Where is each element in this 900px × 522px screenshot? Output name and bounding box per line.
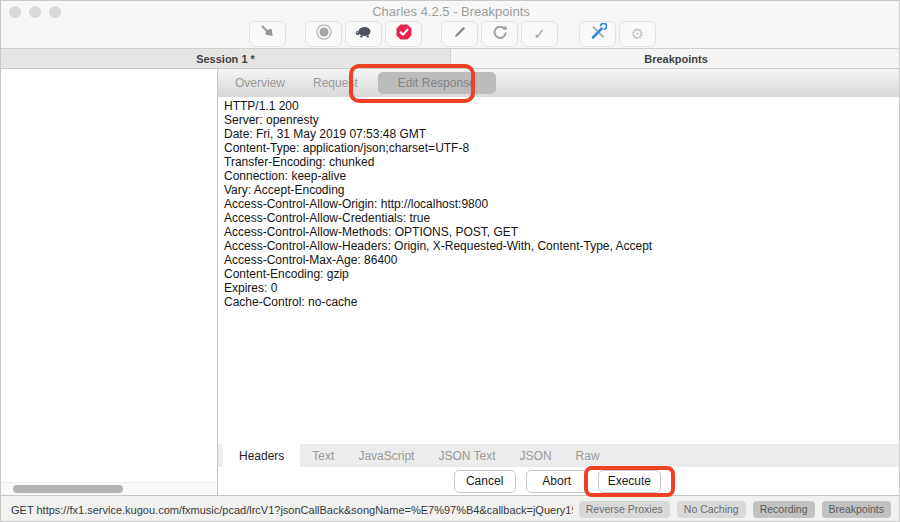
current-request-url: GET https://fx1.service.kugou.com/fxmusi… (11, 504, 573, 516)
response-header-line: Vary: Accept-Encoding (224, 183, 900, 197)
response-header-line: Date: Fri, 31 May 2019 07:53:48 GMT (224, 127, 900, 141)
breakpoints-toggle-button[interactable] (385, 21, 422, 47)
window-tab-bar: Session 1 * Breakpoints (1, 49, 900, 69)
view-tab-headers[interactable]: Headers (223, 444, 300, 467)
response-header-line: Access-Control-Max-Age: 86400 (224, 253, 900, 267)
tab-request[interactable]: Request (307, 76, 364, 90)
refresh-icon (491, 23, 509, 45)
reverse-proxies-toggle[interactable]: Reverse Proxies (579, 501, 670, 518)
tab-session-1-label: Session 1 * (196, 53, 255, 65)
pencil-icon (451, 23, 469, 45)
breakpoints-status-toggle[interactable]: Breakpoints (822, 501, 891, 518)
response-header-line: Access-Control-Allow-Origin: http://loca… (224, 197, 900, 211)
tools-icon (589, 23, 607, 45)
settings-button[interactable]: ⚙ (619, 21, 656, 47)
validate-button[interactable]: ✓ (521, 21, 558, 47)
view-tab-json-text[interactable]: JSON Text (426, 444, 507, 467)
view-tab-text[interactable]: Text (300, 444, 346, 467)
cancel-button[interactable]: Cancel (454, 470, 516, 493)
view-tab-json[interactable]: JSON (508, 444, 564, 467)
response-header-line: Content-Type: application/json;charset=U… (224, 141, 900, 155)
titlebar: Charles 4.2.5 - Breakpoints (1, 1, 900, 21)
status-bar: GET https://fx1.service.kugou.com/fxmusi… (1, 495, 900, 522)
tab-breakpoints-label: Breakpoints (644, 53, 708, 65)
response-header-line: Expires: 0 (224, 281, 900, 295)
view-tab-javascript[interactable]: JavaScript (346, 444, 426, 467)
status-toggles: Reverse Proxies No Caching Recording Bre… (579, 501, 891, 518)
record-button[interactable] (305, 21, 342, 47)
window-title: Charles 4.2.5 - Breakpoints (1, 1, 900, 21)
response-header-line: Access-Control-Allow-Headers: Origin, X-… (224, 239, 900, 253)
horizontal-scrollbar[interactable] (1, 482, 217, 495)
response-header-line: Transfer-Encoding: chunked (224, 155, 900, 169)
breakpoint-editor-panel: Overview Request Edit Response HTTP/1.1 … (218, 69, 900, 495)
throttle-button[interactable] (345, 21, 382, 47)
toolbar: ✓ ⚙ (1, 21, 900, 49)
gear-icon: ⚙ (631, 25, 644, 43)
abort-button[interactable]: Abort (526, 470, 588, 493)
response-header-line: HTTP/1.1 200 (224, 99, 900, 113)
horizontal-scrollbar-thumb[interactable] (13, 485, 123, 493)
tab-overview[interactable]: Overview (229, 76, 291, 90)
clear-session-button[interactable] (249, 21, 286, 47)
tab-edit-response[interactable]: Edit Response (378, 72, 496, 94)
breakpoint-action-row: Cancel Abort Execute (218, 467, 900, 495)
view-tab-raw[interactable]: Raw (564, 444, 612, 467)
recording-toggle[interactable]: Recording (753, 501, 815, 518)
response-header-line: Access-Control-Allow-Methods: OPTIONS, P… (224, 225, 900, 239)
check-icon: ✓ (533, 25, 546, 43)
response-header-line: Connection: keep-alive (224, 169, 900, 183)
charles-window: Charles 4.2.5 - Breakpoints (0, 0, 900, 522)
response-view-tab-bar: Headers Text JavaScript JSON Text JSON R… (218, 444, 900, 467)
execute-button[interactable]: Execute (598, 470, 661, 493)
response-header-line: Server: openresty (224, 113, 900, 127)
response-headers-editor[interactable]: HTTP/1.1 200 Server: openresty Date: Fri… (218, 97, 900, 444)
turtle-icon (354, 25, 374, 43)
breakpoints-list-panel[interactable] (1, 69, 218, 495)
no-caching-toggle[interactable]: No Caching (677, 501, 746, 518)
broom-icon (259, 23, 277, 45)
response-header-line: Content-Encoding: gzip (224, 267, 900, 281)
tab-breakpoints[interactable]: Breakpoints (451, 49, 900, 68)
tab-session-1[interactable]: Session 1 * (1, 49, 451, 68)
breakpoint-octagon-check-icon (395, 23, 413, 45)
repeat-request-button[interactable] (481, 21, 518, 47)
editor-tab-bar: Overview Request Edit Response (218, 69, 900, 97)
response-header-line: Access-Control-Allow-Credentials: true (224, 211, 900, 225)
compose-request-button[interactable] (441, 21, 478, 47)
response-header-line: Cache-Control: no-cache (224, 295, 900, 309)
tools-button[interactable] (579, 21, 616, 47)
record-icon (315, 23, 333, 45)
